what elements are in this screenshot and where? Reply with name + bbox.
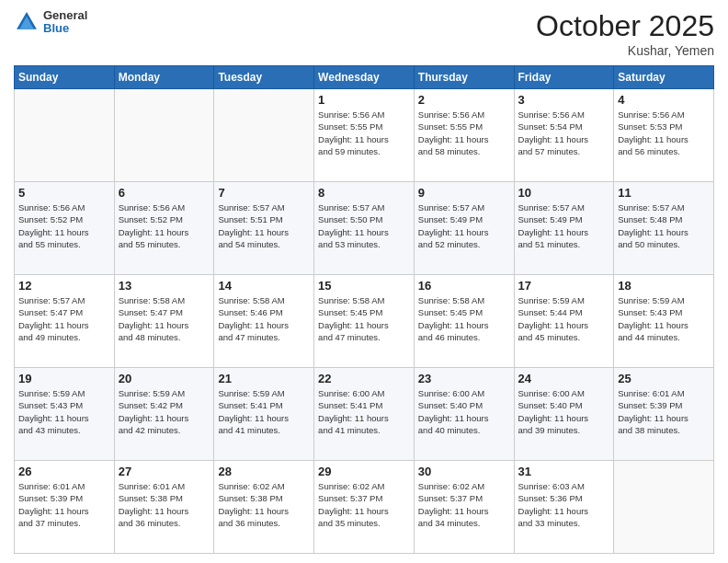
day-info: Sunrise: 5:57 AM Sunset: 5:49 PM Dayligh… (418, 201, 510, 250)
day-number: 24 (518, 372, 610, 385)
calendar-cell: 20Sunrise: 5:59 AM Sunset: 5:42 PM Dayli… (114, 368, 214, 461)
day-number: 2 (418, 93, 510, 107)
calendar-body: 1Sunrise: 5:56 AM Sunset: 5:55 PM Daylig… (15, 89, 714, 554)
day-info: Sunrise: 5:59 AM Sunset: 5:42 PM Dayligh… (119, 387, 210, 436)
day-number: 3 (518, 93, 610, 107)
calendar-cell: 26Sunrise: 6:01 AM Sunset: 5:39 PM Dayli… (15, 461, 115, 554)
day-info: Sunrise: 5:57 AM Sunset: 5:51 PM Dayligh… (218, 201, 310, 250)
day-number: 26 (18, 465, 110, 478)
calendar-cell: 22Sunrise: 6:00 AM Sunset: 5:41 PM Dayli… (314, 368, 415, 461)
day-info: Sunrise: 6:02 AM Sunset: 5:37 PM Dayligh… (418, 480, 510, 529)
day-number: 7 (218, 186, 310, 200)
day-number: 5 (18, 186, 110, 200)
weekday-header-monday: Monday (114, 66, 214, 89)
calendar-cell: 14Sunrise: 5:58 AM Sunset: 5:46 PM Dayli… (214, 275, 314, 368)
calendar-cell: 17Sunrise: 5:59 AM Sunset: 5:44 PM Dayli… (514, 275, 614, 368)
day-info: Sunrise: 5:57 AM Sunset: 5:48 PM Dayligh… (618, 201, 710, 250)
calendar-week-5: 26Sunrise: 6:01 AM Sunset: 5:39 PM Dayli… (15, 461, 714, 554)
day-info: Sunrise: 6:00 AM Sunset: 5:40 PM Dayligh… (418, 387, 510, 436)
weekday-row: SundayMondayTuesdayWednesdayThursdayFrid… (15, 66, 714, 89)
logo-icon (14, 9, 40, 35)
header: General Blue October 2025 Kushar, Yemen (14, 9, 714, 58)
day-number: 14 (218, 279, 310, 293)
day-info: Sunrise: 5:56 AM Sunset: 5:52 PM Dayligh… (18, 201, 110, 250)
calendar-cell: 23Sunrise: 6:00 AM Sunset: 5:40 PM Dayli… (414, 368, 514, 461)
day-number: 10 (518, 186, 610, 200)
day-number: 30 (418, 465, 510, 478)
calendar-week-4: 19Sunrise: 5:59 AM Sunset: 5:43 PM Dayli… (15, 368, 714, 461)
calendar-cell: 15Sunrise: 5:58 AM Sunset: 5:45 PM Dayli… (314, 275, 415, 368)
calendar-cell (214, 89, 314, 182)
day-number: 17 (518, 279, 610, 293)
day-info: Sunrise: 5:59 AM Sunset: 5:44 PM Dayligh… (518, 294, 610, 343)
calendar-cell (114, 89, 214, 182)
calendar-cell: 10Sunrise: 5:57 AM Sunset: 5:49 PM Dayli… (514, 182, 614, 275)
calendar-cell: 16Sunrise: 5:58 AM Sunset: 5:45 PM Dayli… (414, 275, 514, 368)
day-info: Sunrise: 5:58 AM Sunset: 5:45 PM Dayligh… (318, 294, 410, 343)
day-info: Sunrise: 5:58 AM Sunset: 5:45 PM Dayligh… (418, 294, 510, 343)
calendar-cell: 2Sunrise: 5:56 AM Sunset: 5:55 PM Daylig… (414, 89, 514, 182)
logo-text: General Blue (43, 9, 87, 36)
day-info: Sunrise: 6:00 AM Sunset: 5:41 PM Dayligh… (318, 387, 410, 436)
day-info: Sunrise: 5:56 AM Sunset: 5:55 PM Dayligh… (318, 109, 410, 157)
day-number: 27 (119, 465, 210, 478)
day-number: 15 (318, 279, 410, 293)
day-number: 18 (618, 279, 710, 293)
calendar-cell: 5Sunrise: 5:56 AM Sunset: 5:52 PM Daylig… (15, 182, 115, 275)
weekday-header-tuesday: Tuesday (214, 66, 314, 89)
day-info: Sunrise: 6:00 AM Sunset: 5:40 PM Dayligh… (518, 387, 610, 436)
calendar-cell: 25Sunrise: 6:01 AM Sunset: 5:39 PM Dayli… (614, 368, 714, 461)
day-number: 22 (318, 372, 410, 385)
calendar-cell: 24Sunrise: 6:00 AM Sunset: 5:40 PM Dayli… (514, 368, 614, 461)
day-number: 1 (318, 93, 410, 107)
day-number: 4 (618, 93, 710, 107)
calendar-cell: 9Sunrise: 5:57 AM Sunset: 5:49 PM Daylig… (414, 182, 514, 275)
day-info: Sunrise: 5:58 AM Sunset: 5:46 PM Dayligh… (218, 294, 310, 343)
day-info: Sunrise: 5:57 AM Sunset: 5:47 PM Dayligh… (18, 294, 110, 343)
day-number: 21 (218, 372, 310, 385)
day-number: 12 (18, 279, 110, 293)
calendar-cell: 4Sunrise: 5:56 AM Sunset: 5:53 PM Daylig… (614, 89, 714, 182)
day-info: Sunrise: 5:56 AM Sunset: 5:54 PM Dayligh… (518, 109, 610, 157)
logo-general-text: General (43, 9, 87, 22)
calendar-cell: 31Sunrise: 6:03 AM Sunset: 5:36 PM Dayli… (514, 461, 614, 554)
day-info: Sunrise: 5:59 AM Sunset: 5:43 PM Dayligh… (18, 387, 110, 436)
day-number: 13 (119, 279, 210, 293)
month-title: October 2025 (536, 9, 714, 43)
calendar-week-2: 5Sunrise: 5:56 AM Sunset: 5:52 PM Daylig… (15, 182, 714, 275)
calendar-header: SundayMondayTuesdayWednesdayThursdayFrid… (15, 66, 714, 89)
title-block: October 2025 Kushar, Yemen (536, 9, 714, 58)
day-number: 23 (418, 372, 510, 385)
weekday-header-friday: Friday (514, 66, 614, 89)
day-number: 19 (18, 372, 110, 385)
day-info: Sunrise: 5:56 AM Sunset: 5:55 PM Dayligh… (418, 109, 510, 157)
weekday-header-thursday: Thursday (414, 66, 514, 89)
calendar-cell: 3Sunrise: 5:56 AM Sunset: 5:54 PM Daylig… (514, 89, 614, 182)
day-info: Sunrise: 5:57 AM Sunset: 5:49 PM Dayligh… (518, 201, 610, 250)
logo: General Blue (14, 9, 87, 36)
calendar-cell: 6Sunrise: 5:56 AM Sunset: 5:52 PM Daylig… (114, 182, 214, 275)
calendar-cell: 7Sunrise: 5:57 AM Sunset: 5:51 PM Daylig… (214, 182, 314, 275)
calendar-week-1: 1Sunrise: 5:56 AM Sunset: 5:55 PM Daylig… (15, 89, 714, 182)
day-number: 11 (618, 186, 710, 200)
day-number: 16 (418, 279, 510, 293)
day-info: Sunrise: 6:02 AM Sunset: 5:37 PM Dayligh… (318, 480, 410, 529)
day-info: Sunrise: 5:58 AM Sunset: 5:47 PM Dayligh… (119, 294, 210, 343)
logo-blue-text: Blue (43, 22, 87, 35)
day-number: 9 (418, 186, 510, 200)
day-info: Sunrise: 6:01 AM Sunset: 5:39 PM Dayligh… (18, 480, 110, 529)
weekday-header-saturday: Saturday (614, 66, 714, 89)
weekday-header-wednesday: Wednesday (314, 66, 415, 89)
day-number: 31 (518, 465, 610, 478)
day-number: 29 (318, 465, 410, 478)
calendar-cell: 27Sunrise: 6:01 AM Sunset: 5:38 PM Dayli… (114, 461, 214, 554)
day-info: Sunrise: 6:01 AM Sunset: 5:39 PM Dayligh… (618, 387, 710, 436)
calendar-cell: 18Sunrise: 5:59 AM Sunset: 5:43 PM Dayli… (614, 275, 714, 368)
calendar-cell: 1Sunrise: 5:56 AM Sunset: 5:55 PM Daylig… (314, 89, 415, 182)
day-number: 8 (318, 186, 410, 200)
day-number: 6 (119, 186, 210, 200)
day-number: 28 (218, 465, 310, 478)
day-info: Sunrise: 5:59 AM Sunset: 5:41 PM Dayligh… (218, 387, 310, 436)
page: General Blue October 2025 Kushar, Yemen … (0, 0, 728, 563)
calendar-cell: 13Sunrise: 5:58 AM Sunset: 5:47 PM Dayli… (114, 275, 214, 368)
